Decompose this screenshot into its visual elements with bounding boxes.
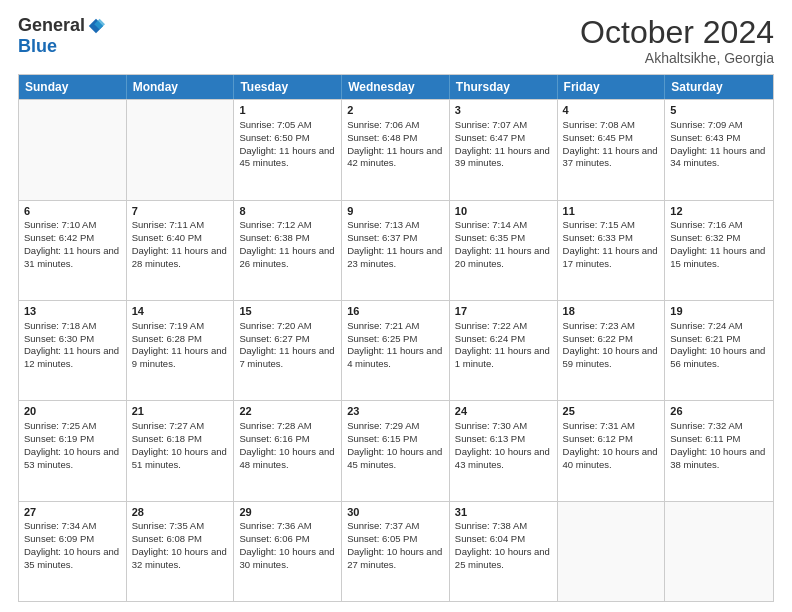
day-info: Sunrise: 7:05 AM [239, 119, 336, 132]
day-info: Sunset: 6:05 PM [347, 533, 444, 546]
day-cell-21: 21Sunrise: 7:27 AMSunset: 6:18 PMDayligh… [127, 401, 235, 500]
day-info: Sunset: 6:12 PM [563, 433, 660, 446]
logo: General Blue [18, 15, 105, 57]
day-info: Sunrise: 7:22 AM [455, 320, 552, 333]
day-number: 31 [455, 505, 552, 520]
day-number: 2 [347, 103, 444, 118]
day-info: Sunset: 6:19 PM [24, 433, 121, 446]
day-cell-15: 15Sunrise: 7:20 AMSunset: 6:27 PMDayligh… [234, 301, 342, 400]
day-info: Sunset: 6:18 PM [132, 433, 229, 446]
day-info: Sunset: 6:22 PM [563, 333, 660, 346]
day-info: Sunset: 6:32 PM [670, 232, 768, 245]
header-day-saturday: Saturday [665, 75, 773, 99]
header-day-monday: Monday [127, 75, 235, 99]
day-cell-12: 12Sunrise: 7:16 AMSunset: 6:32 PMDayligh… [665, 201, 773, 300]
day-info: Daylight: 11 hours and 42 minutes. [347, 145, 444, 171]
day-info: Sunset: 6:15 PM [347, 433, 444, 446]
day-cell-29: 29Sunrise: 7:36 AMSunset: 6:06 PMDayligh… [234, 502, 342, 601]
day-info: Daylight: 11 hours and 15 minutes. [670, 245, 768, 271]
day-number: 11 [563, 204, 660, 219]
day-info: Sunset: 6:38 PM [239, 232, 336, 245]
day-number: 10 [455, 204, 552, 219]
day-info: Sunrise: 7:38 AM [455, 520, 552, 533]
day-number: 13 [24, 304, 121, 319]
day-info: Sunrise: 7:15 AM [563, 219, 660, 232]
day-cell-28: 28Sunrise: 7:35 AMSunset: 6:08 PMDayligh… [127, 502, 235, 601]
calendar-row-5: 27Sunrise: 7:34 AMSunset: 6:09 PMDayligh… [19, 501, 773, 601]
day-info: Daylight: 11 hours and 31 minutes. [24, 245, 121, 271]
day-info: Sunrise: 7:19 AM [132, 320, 229, 333]
empty-cell [19, 100, 127, 199]
header-day-wednesday: Wednesday [342, 75, 450, 99]
day-info: Sunrise: 7:18 AM [24, 320, 121, 333]
day-info: Sunset: 6:11 PM [670, 433, 768, 446]
day-info: Daylight: 10 hours and 27 minutes. [347, 546, 444, 572]
day-number: 16 [347, 304, 444, 319]
day-number: 15 [239, 304, 336, 319]
day-number: 9 [347, 204, 444, 219]
day-cell-13: 13Sunrise: 7:18 AMSunset: 6:30 PMDayligh… [19, 301, 127, 400]
day-cell-31: 31Sunrise: 7:38 AMSunset: 6:04 PMDayligh… [450, 502, 558, 601]
day-info: Sunset: 6:09 PM [24, 533, 121, 546]
day-info: Daylight: 11 hours and 45 minutes. [239, 145, 336, 171]
day-cell-24: 24Sunrise: 7:30 AMSunset: 6:13 PMDayligh… [450, 401, 558, 500]
day-cell-8: 8Sunrise: 7:12 AMSunset: 6:38 PMDaylight… [234, 201, 342, 300]
day-number: 26 [670, 404, 768, 419]
day-info: Daylight: 11 hours and 23 minutes. [347, 245, 444, 271]
day-info: Sunrise: 7:23 AM [563, 320, 660, 333]
logo-general: General [18, 15, 85, 36]
logo-icon [87, 17, 105, 35]
day-info: Sunrise: 7:37 AM [347, 520, 444, 533]
day-info: Sunrise: 7:12 AM [239, 219, 336, 232]
day-info: Sunrise: 7:30 AM [455, 420, 552, 433]
day-info: Daylight: 10 hours and 25 minutes. [455, 546, 552, 572]
day-cell-9: 9Sunrise: 7:13 AMSunset: 6:37 PMDaylight… [342, 201, 450, 300]
day-number: 4 [563, 103, 660, 118]
day-number: 25 [563, 404, 660, 419]
day-info: Daylight: 10 hours and 48 minutes. [239, 446, 336, 472]
day-number: 3 [455, 103, 552, 118]
day-info: Sunset: 6:08 PM [132, 533, 229, 546]
day-cell-17: 17Sunrise: 7:22 AMSunset: 6:24 PMDayligh… [450, 301, 558, 400]
day-info: Sunset: 6:37 PM [347, 232, 444, 245]
day-cell-11: 11Sunrise: 7:15 AMSunset: 6:33 PMDayligh… [558, 201, 666, 300]
day-cell-4: 4Sunrise: 7:08 AMSunset: 6:45 PMDaylight… [558, 100, 666, 199]
day-number: 8 [239, 204, 336, 219]
calendar-body: 1Sunrise: 7:05 AMSunset: 6:50 PMDaylight… [19, 99, 773, 601]
subtitle: Akhaltsikhe, Georgia [580, 50, 774, 66]
day-info: Daylight: 11 hours and 9 minutes. [132, 345, 229, 371]
day-info: Sunrise: 7:20 AM [239, 320, 336, 333]
day-info: Daylight: 10 hours and 53 minutes. [24, 446, 121, 472]
day-cell-10: 10Sunrise: 7:14 AMSunset: 6:35 PMDayligh… [450, 201, 558, 300]
day-number: 29 [239, 505, 336, 520]
day-cell-5: 5Sunrise: 7:09 AMSunset: 6:43 PMDaylight… [665, 100, 773, 199]
day-info: Sunset: 6:24 PM [455, 333, 552, 346]
day-info: Sunrise: 7:14 AM [455, 219, 552, 232]
day-info: Daylight: 10 hours and 59 minutes. [563, 345, 660, 371]
day-info: Daylight: 11 hours and 12 minutes. [24, 345, 121, 371]
day-cell-27: 27Sunrise: 7:34 AMSunset: 6:09 PMDayligh… [19, 502, 127, 601]
day-info: Daylight: 10 hours and 38 minutes. [670, 446, 768, 472]
day-info: Sunset: 6:27 PM [239, 333, 336, 346]
page: General Blue October 2024 Akhaltsikhe, G… [0, 0, 792, 612]
calendar-row-2: 6Sunrise: 7:10 AMSunset: 6:42 PMDaylight… [19, 200, 773, 300]
day-info: Daylight: 10 hours and 35 minutes. [24, 546, 121, 572]
day-number: 21 [132, 404, 229, 419]
day-cell-7: 7Sunrise: 7:11 AMSunset: 6:40 PMDaylight… [127, 201, 235, 300]
day-info: Sunset: 6:50 PM [239, 132, 336, 145]
day-number: 30 [347, 505, 444, 520]
day-info: Sunset: 6:16 PM [239, 433, 336, 446]
day-cell-14: 14Sunrise: 7:19 AMSunset: 6:28 PMDayligh… [127, 301, 235, 400]
day-info: Sunrise: 7:34 AM [24, 520, 121, 533]
day-info: Daylight: 10 hours and 30 minutes. [239, 546, 336, 572]
day-info: Sunrise: 7:06 AM [347, 119, 444, 132]
day-cell-30: 30Sunrise: 7:37 AMSunset: 6:05 PMDayligh… [342, 502, 450, 601]
day-cell-25: 25Sunrise: 7:31 AMSunset: 6:12 PMDayligh… [558, 401, 666, 500]
day-info: Daylight: 11 hours and 37 minutes. [563, 145, 660, 171]
day-info: Daylight: 11 hours and 4 minutes. [347, 345, 444, 371]
calendar-row-4: 20Sunrise: 7:25 AMSunset: 6:19 PMDayligh… [19, 400, 773, 500]
day-info: Sunset: 6:06 PM [239, 533, 336, 546]
day-info: Sunrise: 7:07 AM [455, 119, 552, 132]
day-info: Daylight: 11 hours and 20 minutes. [455, 245, 552, 271]
day-cell-19: 19Sunrise: 7:24 AMSunset: 6:21 PMDayligh… [665, 301, 773, 400]
